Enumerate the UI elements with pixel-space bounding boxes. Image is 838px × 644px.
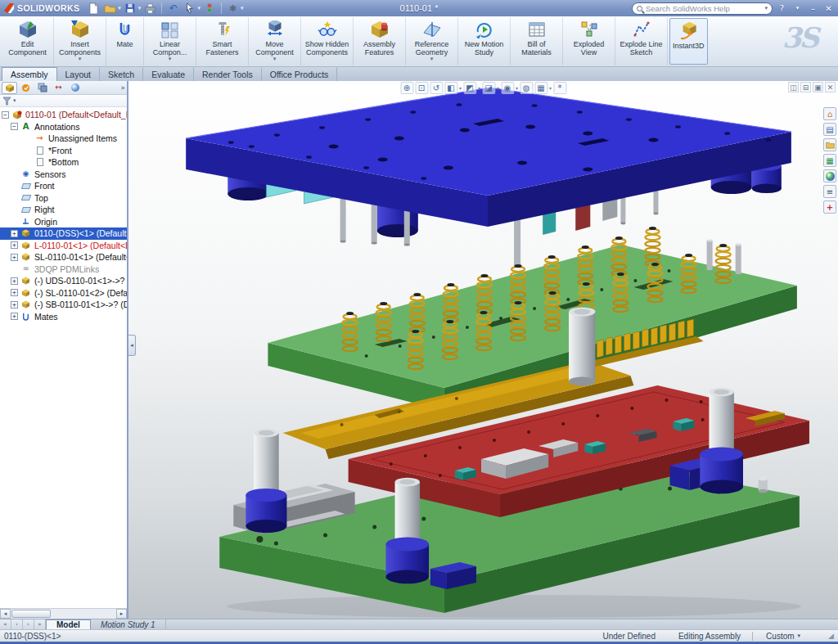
insert-components-dropdown-icon[interactable]: ▾ — [79, 56, 82, 62]
section-view-dropdown-icon[interactable]: ▾ — [459, 85, 462, 91]
panel-collapse-splitter[interactable]: ◂ — [128, 335, 136, 356]
display-style-icon[interactable]: ◪ — [482, 82, 495, 94]
zoom-to-fit-icon[interactable]: ⊕ — [400, 82, 413, 94]
close-button[interactable]: ✕ — [822, 2, 835, 15]
explode-line-sketch-button[interactable]: Explode Line Sketch — [615, 17, 668, 65]
apply-scene-icon[interactable]: ▦ — [534, 82, 547, 94]
expand-collapse-box[interactable]: + — [11, 241, 18, 249]
document-recovery-icon[interactable]: + — [823, 200, 836, 214]
tree-item-mates[interactable]: + Mates — [0, 311, 127, 323]
file-explorer-icon[interactable] — [823, 138, 836, 151]
view-settings-icon[interactable]: * — [553, 82, 566, 94]
dimxpert-manager-tab[interactable]: ↔ — [51, 82, 66, 94]
reference-geometry-dropdown-icon[interactable]: ▾ — [430, 56, 434, 62]
expand-collapse-box[interactable]: + — [11, 277, 18, 285]
minimize-button[interactable]: – — [807, 2, 819, 15]
next-tab-button[interactable]: › — [23, 619, 34, 629]
tree-item-l-component[interactable]: + L-0110-01<1> (Default<D — [0, 240, 127, 252]
search-dropdown-icon[interactable]: ▾ — [764, 5, 768, 11]
tree-item-pdm-links[interactable]: ∞ 3DQP PDMLinks — [0, 263, 127, 276]
display-manager-tab[interactable] — [67, 82, 83, 94]
expand-collapse-box[interactable]: + — [11, 289, 18, 296]
move-component-button[interactable]: Move Component ▾ — [249, 17, 301, 65]
tree-item-dss-component[interactable]: + 0110-(DSS)<1> (Default<<De — [0, 227, 127, 240]
close-pane-icon[interactable]: ✕ — [825, 82, 836, 92]
exploded-die-assembly-model[interactable] — [128, 81, 838, 619]
tab-office-products[interactable]: Office Products — [262, 67, 338, 81]
assembly-features-button[interactable]: Assembly Features — [354, 17, 406, 65]
print-icon[interactable] — [143, 2, 157, 15]
last-tab-button[interactable]: » — [34, 619, 46, 629]
restore-pane-icon[interactable]: ▣ — [813, 82, 823, 92]
design-library-icon[interactable]: ▤ — [823, 123, 836, 136]
tree-item-front-plane[interactable]: Front — [0, 180, 127, 192]
help-button[interactable]: ? — [776, 2, 788, 15]
first-tab-button[interactable]: « — [0, 619, 11, 629]
hide-show-dropdown-icon[interactable]: ▾ — [516, 85, 518, 91]
configuration-selector[interactable]: Custom ▾ — [753, 632, 809, 641]
new-document-icon[interactable] — [87, 2, 101, 15]
expand-collapse-box[interactable]: − — [11, 123, 18, 130]
new-motion-study-button[interactable]: New Motion Study — [458, 17, 511, 65]
tree-item-sl2-component[interactable]: + (-) SL-0110-01<2> (Default< — [0, 287, 127, 299]
insert-components-button[interactable]: Insert Components ▾ — [54, 17, 106, 65]
tab-assembly[interactable]: Assembly — [2, 67, 57, 81]
open-dropdown-icon[interactable]: ▾ — [118, 5, 121, 11]
select-icon[interactable] — [182, 2, 196, 15]
custom-properties-icon[interactable]: ≡ — [823, 185, 836, 198]
swap-pane-icon[interactable]: ⊟ — [800, 82, 811, 92]
expand-collapse-box[interactable]: + — [11, 301, 18, 308]
tree-item-unassigned-items[interactable]: → Unassigned Items — [0, 133, 127, 145]
tab-evaluate[interactable]: Evaluate — [143, 67, 194, 81]
edit-component-button[interactable]: Edit Component — [2, 17, 54, 65]
view-orientation-dropdown-icon[interactable]: ▾ — [478, 85, 480, 91]
configuration-manager-tab[interactable] — [34, 82, 50, 94]
view-orientation-icon[interactable]: ◩ — [463, 82, 476, 94]
select-dropdown-icon[interactable]: ▾ — [197, 5, 200, 11]
tab-layout[interactable]: Layout — [57, 67, 101, 81]
graphics-area[interactable]: ⊕ ⊡ ↺ ◧▾ ◩▾ ◪▾ ◉▾ ◍ ▦▾ * ◫ ⊟ ▣ ✕ ⌂ ▤ — [128, 81, 838, 619]
tree-filter-bar[interactable]: ▾ — [0, 95, 127, 107]
show-hidden-components-button[interactable]: Show Hidden Components — [301, 17, 354, 65]
tab-render-tools[interactable]: Render Tools — [194, 67, 262, 81]
tree-item-uds-component[interactable]: + (-) UDS-0110-01<1>->? (Def — [0, 275, 127, 287]
property-manager-tab[interactable] — [18, 82, 34, 94]
save-icon[interactable] — [124, 2, 137, 15]
tab-model[interactable]: Model — [46, 619, 91, 629]
zoom-to-area-icon[interactable]: ⊡ — [415, 82, 428, 94]
tree-item-annotations[interactable]: − A Annotations — [0, 121, 127, 133]
hide-show-items-icon[interactable]: ◉ — [501, 82, 514, 94]
bill-of-materials-button[interactable]: Bill of Materials — [511, 17, 563, 65]
tab-motion-study-1[interactable]: Motion Study 1 — [91, 619, 166, 629]
options-dropdown-icon[interactable]: ▾ — [241, 5, 244, 11]
tree-item-sensors[interactable]: ◉ Sensors — [0, 169, 127, 181]
expand-collapse-box[interactable]: + — [11, 254, 18, 261]
tree-item-root[interactable]: − 0110-01 (Default<Default_Di — [0, 109, 127, 121]
save-dropdown-icon[interactable]: ▾ — [138, 5, 142, 11]
solidworks-resources-icon[interactable]: ⌂ — [823, 107, 836, 120]
instant3d-button[interactable]: Instant3D — [669, 18, 708, 65]
open-icon[interactable] — [103, 2, 117, 15]
tree-item-origin[interactable]: Origin — [0, 216, 127, 228]
tree-item-sl1-component[interactable]: + SL-0110-01<1> (Default<<D — [0, 251, 127, 263]
appearances-scenes-icon[interactable] — [823, 169, 836, 182]
move-component-dropdown-icon[interactable]: ▾ — [273, 56, 277, 62]
tree-item-top-plane[interactable]: Top — [0, 192, 127, 205]
exploded-view-button[interactable]: Exploded View — [563, 17, 615, 65]
split-pane-icon[interactable]: ◫ — [788, 82, 799, 92]
panel-overflow-chevron-icon[interactable]: » — [120, 83, 125, 92]
scroll-left-button[interactable]: ◂ — [0, 609, 11, 619]
previous-view-icon[interactable]: ↺ — [430, 82, 443, 94]
view-palette-icon[interactable]: ▦ — [823, 154, 836, 167]
expand-collapse-box[interactable]: + — [11, 230, 18, 237]
scroll-thumb[interactable] — [11, 610, 51, 618]
section-view-icon[interactable]: ◧ — [444, 82, 457, 94]
scroll-right-button[interactable]: ▸ — [116, 609, 127, 619]
mate-button[interactable]: Mate — [106, 17, 144, 65]
tree-item-bottom-annotation[interactable]: *Bottom — [0, 156, 127, 169]
tree-item-sb-component[interactable]: + (-) SB-0110-01<1>->? (Defau — [0, 299, 127, 311]
help-dropdown-icon[interactable]: ▾ — [791, 2, 804, 15]
linear-component-dropdown-icon[interactable]: ▾ — [169, 56, 172, 62]
display-style-dropdown-icon[interactable]: ▾ — [497, 85, 499, 91]
expand-collapse-box[interactable]: + — [11, 313, 18, 320]
